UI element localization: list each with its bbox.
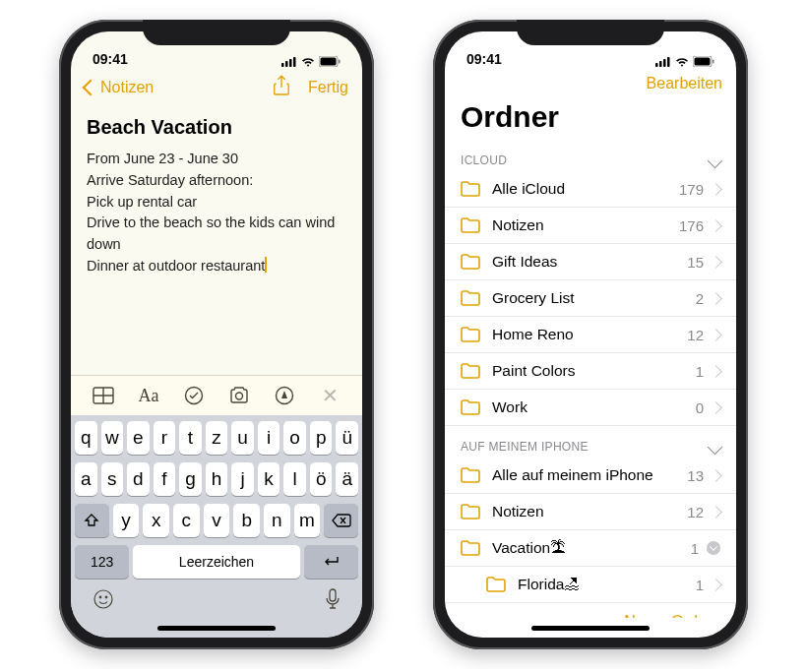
folder-icon	[461, 217, 480, 233]
share-button[interactable]	[273, 75, 290, 100]
folder-row[interactable]: Alle iCloud 179	[445, 171, 736, 208]
key-o[interactable]: o	[283, 421, 306, 455]
markup-icon[interactable]	[273, 386, 296, 405]
key-r[interactable]: r	[154, 421, 176, 455]
folder-row[interactable]: Paint Colors 1	[445, 353, 736, 390]
section-header-icloud[interactable]: ICLOUD	[445, 140, 736, 171]
home-indicator[interactable]	[71, 618, 362, 638]
key-t[interactable]: t	[179, 421, 202, 455]
folder-row[interactable]: Grocery List 2	[445, 280, 736, 317]
key-u[interactable]: u	[231, 421, 254, 455]
camera-icon[interactable]	[227, 387, 251, 404]
folder-label: Home Reno	[492, 326, 687, 343]
key-d[interactable]: d	[127, 462, 150, 496]
signal-icon	[281, 57, 297, 67]
folder-label: Vacation🏝	[492, 539, 691, 557]
edit-button[interactable]: Bearbeiten	[647, 75, 722, 92]
chevron-down-icon	[708, 153, 723, 168]
folder-row[interactable]: Gift Ideas 15	[445, 244, 736, 280]
key-c[interactable]: c	[173, 504, 200, 537]
svg-point-8	[186, 388, 203, 404]
keyboard-toolbar: Aa ✕	[71, 375, 362, 415]
svg-rect-0	[281, 63, 284, 67]
key-shift[interactable]	[75, 504, 109, 537]
text-style-icon[interactable]: Aa	[137, 386, 160, 406]
key-j[interactable]: j	[231, 462, 254, 496]
key-q[interactable]: q	[75, 421, 97, 455]
collapse-icon[interactable]	[707, 541, 720, 555]
key-y[interactable]: y	[113, 504, 140, 537]
key-l[interactable]: l	[283, 462, 306, 496]
key-oe[interactable]: ö	[310, 462, 333, 496]
folder-row[interactable]: Home Reno 12	[445, 317, 736, 353]
keyboard-row-3: y x c v b n m	[75, 504, 358, 537]
svg-rect-1	[285, 61, 288, 67]
key-k[interactable]: k	[258, 462, 280, 496]
battery-icon	[693, 56, 714, 67]
home-indicator[interactable]	[445, 618, 736, 638]
folder-row[interactable]: Alle auf meinem iPhone 13	[445, 458, 736, 494]
key-numbers[interactable]: 123	[75, 545, 129, 579]
folder-row[interactable]: Work 0	[445, 390, 736, 426]
emoji-button[interactable]	[93, 588, 114, 614]
key-f[interactable]: f	[154, 462, 176, 496]
key-m[interactable]: m	[294, 504, 321, 537]
note-body: From June 23 - June 30 Arrive Saturday a…	[87, 149, 346, 277]
key-x[interactable]: x	[143, 504, 169, 537]
table-icon[interactable]	[92, 387, 115, 404]
note-line: Arrive Saturday afternoon:	[87, 170, 346, 192]
key-z[interactable]: z	[206, 421, 228, 455]
key-h[interactable]: h	[206, 462, 228, 496]
dictation-button[interactable]	[325, 588, 341, 614]
folder-count: 12	[687, 504, 704, 520]
folder-icon	[461, 181, 480, 197]
key-ue[interactable]: ü	[336, 421, 358, 455]
folder-label: Grocery List	[492, 289, 696, 307]
folder-list-local: Alle auf meinem iPhone 13 Notizen 12 Vac…	[445, 458, 736, 603]
checklist-icon[interactable]	[182, 386, 206, 405]
folder-icon	[461, 399, 480, 415]
note-content[interactable]: Beach Vacation From June 23 - June 30 Ar…	[71, 104, 362, 375]
status-time: 09:41	[93, 51, 128, 67]
folder-icon	[461, 363, 480, 379]
keyboard-row-2: a s d f g h j k l ö ä	[75, 462, 358, 496]
key-b[interactable]: b	[233, 504, 260, 537]
section-label: ICLOUD	[461, 153, 507, 167]
svg-rect-2	[289, 59, 292, 67]
close-keyboard-icon[interactable]: ✕	[318, 384, 341, 407]
folder-icon	[461, 540, 480, 556]
note-line: From June 23 - June 30	[87, 149, 346, 170]
key-space[interactable]: Leerzeichen	[133, 545, 300, 579]
key-w[interactable]: w	[101, 421, 124, 455]
folder-count: 1	[691, 540, 699, 557]
keyboard: q w e r t z u i o p ü a s d f g h j k	[71, 415, 362, 618]
back-button[interactable]: Notizen	[85, 79, 154, 96]
folder-row[interactable]: Notizen 176	[445, 208, 736, 244]
folder-row[interactable]: Notizen 12	[445, 494, 736, 530]
folder-count: 179	[679, 181, 704, 198]
nav-bar: Notizen Fertig	[71, 69, 362, 104]
key-v[interactable]: v	[204, 504, 230, 537]
folder-row[interactable]: Florida🏖 1	[445, 567, 736, 603]
key-a[interactable]: a	[75, 462, 97, 496]
key-e[interactable]: e	[127, 421, 150, 455]
svg-point-11	[94, 590, 112, 608]
wifi-icon	[301, 57, 315, 67]
key-n[interactable]: n	[264, 504, 290, 537]
back-label: Notizen	[100, 79, 154, 96]
key-i[interactable]: i	[258, 421, 280, 455]
key-s[interactable]: s	[101, 462, 124, 496]
folder-label: Work	[492, 398, 696, 416]
folder-count: 2	[696, 290, 704, 307]
note-line: Pick up rental car	[87, 192, 346, 214]
done-button[interactable]: Fertig	[308, 79, 348, 96]
svg-rect-5	[321, 58, 337, 66]
key-g[interactable]: g	[179, 462, 202, 496]
section-header-local[interactable]: AUF MEINEM IPHONE	[445, 426, 736, 458]
key-return[interactable]	[304, 545, 358, 579]
folder-count: 15	[687, 254, 704, 271]
key-ae[interactable]: ä	[336, 462, 358, 496]
folder-row[interactable]: Vacation🏝 1	[445, 530, 736, 567]
key-p[interactable]: p	[310, 421, 333, 455]
key-delete[interactable]	[324, 504, 358, 537]
